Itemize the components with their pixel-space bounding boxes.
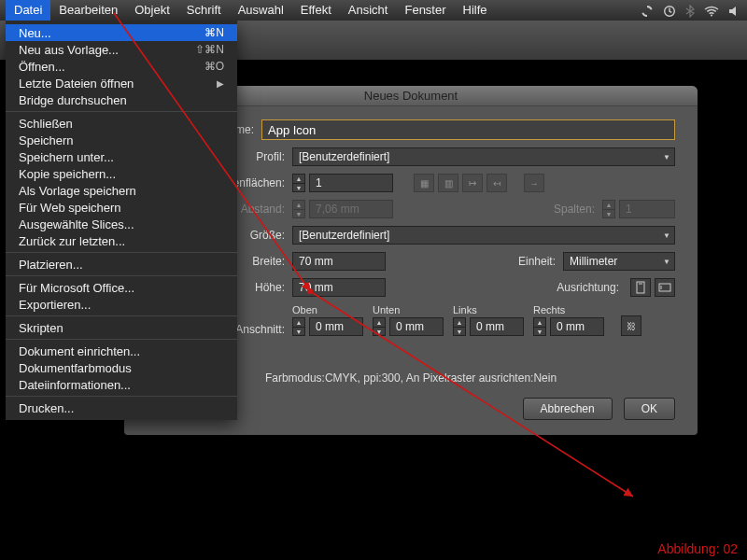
menu-datei[interactable]: Datei — [6, 0, 50, 21]
menu-item-label: Neu... — [19, 26, 204, 40]
menu-item[interactable]: Für Microsoft Office... — [6, 279, 237, 296]
menu-item[interactable]: Bridge durchsuchen — [6, 91, 237, 108]
spacing-field — [309, 200, 393, 218]
artboards-field[interactable] — [309, 174, 393, 192]
menu-item-label: Bridge durchsuchen — [19, 93, 224, 107]
shortcut: ⌘N — [204, 26, 224, 39]
label-left: Links — [453, 304, 524, 315]
status-icons — [641, 3, 741, 18]
menu-item[interactable]: Exportieren... — [6, 296, 237, 313]
bleed-bottom-field[interactable] — [389, 317, 444, 336]
menu-item[interactable]: Skripten — [6, 319, 237, 336]
menu-item-label: Neu aus Vorlage... — [19, 43, 195, 57]
bleed-right-field[interactable] — [550, 317, 604, 336]
grid-by-row-icon[interactable]: ▦ — [414, 174, 434, 192]
menu-fenster[interactable]: Fenster — [396, 0, 454, 21]
label-columns: Spalten: — [554, 203, 602, 216]
menu-item-label: Speichern — [19, 133, 224, 147]
timemachine-icon — [663, 3, 676, 18]
menu-item[interactable]: Speichern — [6, 132, 237, 148]
sync-icon — [641, 3, 654, 18]
orientation-landscape[interactable] — [655, 278, 675, 297]
bleed-bottom-stepper[interactable]: ▲▼ — [373, 317, 386, 336]
columns-stepper: ▲▼ — [602, 200, 615, 218]
bleed-left-stepper[interactable]: ▲▼ — [453, 317, 466, 336]
spacing-stepper: ▲▼ — [292, 200, 305, 218]
name-field[interactable] — [261, 119, 675, 140]
menu-item-label: Zurück zur letzten... — [19, 234, 224, 248]
menu-item-label: Drucken... — [19, 401, 224, 415]
bleed-right-stepper[interactable]: ▲▼ — [533, 317, 546, 336]
label-orient: Ausrichtung: — [557, 281, 627, 294]
file-menu-dropdown: Neu...⌘NNeu aus Vorlage...⇧⌘NÖffnen...⌘O… — [6, 21, 237, 420]
menu-item[interactable]: Neu aus Vorlage...⇧⌘N — [6, 41, 237, 58]
cancel-button[interactable]: Abbrechen — [523, 398, 613, 420]
bleed-top-stepper[interactable]: ▲▼ — [292, 317, 305, 336]
arrange-down-icon[interactable]: → — [524, 174, 544, 192]
arrange-right-icon[interactable]: ↦ — [462, 174, 483, 192]
menu-item-label: Dokumentfarbmodus — [19, 361, 224, 375]
chevron-down-icon: ▼ — [663, 153, 670, 161]
link-bleed-icon[interactable]: ⛓ — [621, 315, 641, 336]
menu-item-label: Dokument einrichten... — [19, 344, 224, 358]
menu-item[interactable]: Neu...⌘N — [6, 24, 237, 41]
menu-item-label: Platzieren... — [19, 258, 224, 272]
bluetooth-icon — [685, 3, 695, 18]
bleed-top-field[interactable] — [309, 317, 363, 336]
menu-item-label: Kopie speichern... — [19, 167, 224, 181]
menu-objekt[interactable]: Objekt — [126, 0, 178, 21]
menu-item[interactable]: Platzieren... — [6, 256, 237, 273]
menubar: Datei Bearbeiten Objekt Schrift Auswahl … — [0, 0, 747, 21]
label-unit: Einheit: — [518, 255, 563, 268]
svg-point-1 — [711, 15, 712, 17]
bleed-left-field[interactable] — [470, 317, 524, 336]
menu-item[interactable]: Letzte Dateien öffnen▶ — [6, 75, 237, 91]
menu-item[interactable]: Öffnen...⌘O — [6, 58, 237, 75]
menu-item[interactable]: Kopie speichern... — [6, 165, 237, 182]
menu-item-label: Exportieren... — [19, 298, 224, 312]
menu-auswahl[interactable]: Auswahl — [230, 0, 292, 21]
orientation-portrait[interactable] — [630, 278, 651, 297]
shortcut: ⇧⌘N — [195, 43, 224, 56]
menu-item[interactable]: Zurück zur letzten... — [6, 232, 237, 249]
arrange-left-icon[interactable]: ↤ — [486, 174, 507, 192]
menu-item-label: Schließen — [19, 117, 224, 131]
artboards-stepper[interactable]: ▲▼ — [292, 174, 305, 192]
menu-item[interactable]: Für Web speichern — [6, 199, 237, 216]
width-field[interactable] — [292, 252, 386, 271]
menu-bearbeiten[interactable]: Bearbeiten — [50, 0, 126, 21]
menu-item[interactable]: Dateiinformationen... — [6, 376, 237, 393]
menu-schrift[interactable]: Schrift — [178, 0, 230, 21]
menu-item-label: Für Microsoft Office... — [19, 281, 224, 295]
height-field[interactable] — [292, 278, 386, 297]
size-select[interactable]: [Benutzerdefiniert]▼ — [292, 226, 675, 245]
menu-item-label: Für Web speichern — [19, 201, 224, 215]
menu-ansicht[interactable]: Ansicht — [340, 0, 397, 21]
menu-item-label: Ausgewählte Slices... — [19, 217, 224, 231]
menu-hilfe[interactable]: Hilfe — [455, 0, 496, 21]
menu-item[interactable]: Dokumentfarbmodus — [6, 359, 237, 376]
menu-effekt[interactable]: Effekt — [292, 0, 340, 21]
menu-item-label: Dateiinformationen... — [19, 378, 224, 392]
grid-by-col-icon[interactable]: ▥ — [438, 174, 458, 192]
menu-item[interactable]: Ausgewählte Slices... — [6, 216, 237, 232]
volume-icon — [728, 4, 741, 18]
figure-caption: Abbildung: 02 — [657, 541, 738, 556]
label-bottom: Unten — [373, 304, 444, 315]
menu-item[interactable]: Schließen — [6, 115, 237, 132]
menu-item-label: Speichern unter... — [19, 150, 224, 164]
menu-item-label: Als Vorlage speichern — [19, 184, 224, 198]
menu-item[interactable]: Drucken... — [6, 399, 237, 416]
menu-item[interactable]: Dokument einrichten... — [6, 343, 237, 359]
menu-item[interactable]: Als Vorlage speichern — [6, 182, 237, 199]
ok-button[interactable]: OK — [624, 398, 675, 420]
unit-select[interactable]: Millimeter▼ — [563, 252, 675, 271]
wifi-icon — [704, 4, 719, 18]
menu-item[interactable]: Speichern unter... — [6, 148, 237, 165]
columns-field — [619, 200, 675, 218]
label-top: Oben — [292, 304, 363, 315]
label-right: Rechts — [533, 304, 604, 315]
profile-select[interactable]: [Benutzerdefiniert]▼ — [292, 147, 675, 166]
shortcut: ⌘O — [204, 60, 224, 73]
submenu-arrow-icon: ▶ — [217, 78, 224, 89]
